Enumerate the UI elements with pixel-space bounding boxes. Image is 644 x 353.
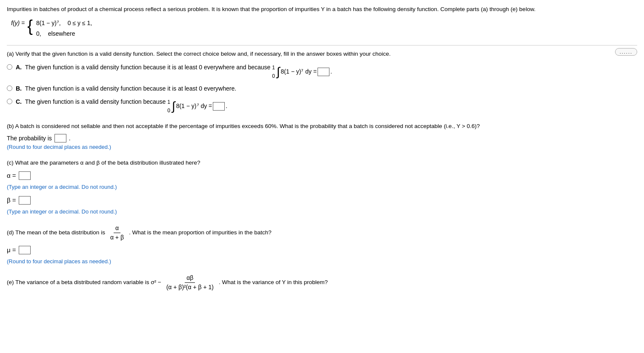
beta-answer[interactable] bbox=[19, 196, 31, 205]
top-divider bbox=[7, 45, 637, 46]
part-d-label-start: (d) The mean of the beta distribution is bbox=[7, 228, 105, 237]
option-b-text: The given function is a valid density fu… bbox=[25, 85, 237, 92]
part-d-section: (d) The mean of the beta distribution is… bbox=[7, 224, 637, 266]
case-row-2: 0, elsewhere bbox=[36, 29, 92, 38]
part-e-label-end: . What is the variance of Y in this prob… bbox=[219, 278, 328, 287]
part-e-fraction: αβ (α + β)²(α + β + 1) bbox=[165, 273, 215, 292]
option-a-lower: 0 bbox=[272, 72, 275, 80]
probability-row: The probability is . bbox=[7, 134, 637, 143]
fy-label: f(y) = bbox=[11, 19, 25, 28]
case1-expr: 8(1 − y)⁷, bbox=[36, 19, 61, 28]
alpha-label: α = bbox=[7, 171, 16, 181]
case1-condition: 0 ≤ y ≤ 1, bbox=[68, 19, 92, 28]
alpha-hint: (Type an integer or a decimal. Do not ro… bbox=[7, 183, 637, 191]
option-c-period: . bbox=[226, 102, 227, 111]
option-a-integral-symbol: ∫ bbox=[277, 66, 280, 78]
part-d-fraction: α α + β bbox=[109, 224, 126, 242]
option-b-radio[interactable] bbox=[7, 85, 12, 91]
dots-button[interactable]: ...... bbox=[615, 48, 637, 56]
case2-expr: 0, bbox=[36, 29, 41, 38]
option-c-row: C. The given function is a valid density… bbox=[7, 97, 637, 114]
probability-answer[interactable] bbox=[54, 134, 66, 142]
beta-label: β = bbox=[7, 196, 16, 205]
option-a-period: . bbox=[330, 67, 332, 76]
probability-text: The probability is bbox=[7, 134, 52, 143]
case2-condition: elsewhere bbox=[48, 29, 75, 38]
option-c-text: The given function is a valid density fu… bbox=[25, 98, 166, 105]
option-c-radio[interactable] bbox=[7, 99, 12, 104]
option-b-label: B. bbox=[16, 85, 22, 92]
alpha-answer[interactable] bbox=[19, 171, 31, 180]
part-b-hint: (Round to four decimal places as needed.… bbox=[7, 143, 637, 151]
intro-text: Impurities in batches of product of a ch… bbox=[7, 5, 637, 14]
option-b-content: B. The given function is a valid density… bbox=[16, 84, 236, 93]
alpha-row: α = bbox=[7, 171, 637, 181]
option-a-integrand: 8(1 − y)⁷ dy = bbox=[281, 67, 317, 76]
option-c-integral-symbol: ∫ bbox=[172, 100, 175, 112]
probability-period: . bbox=[69, 134, 71, 143]
option-a-limits: 1 0 bbox=[272, 64, 275, 80]
option-c-limits: 1 0 bbox=[167, 98, 170, 114]
option-c-integral: 1 0 ∫ 8(1 − y)⁷ dy = . bbox=[167, 98, 227, 114]
option-a-answer[interactable] bbox=[318, 68, 329, 76]
option-b-row: B. The given function is a valid density… bbox=[7, 84, 637, 93]
density-function: f(y) = { 8(1 − y)⁷, 0 ≤ y ≤ 1, 0, elsewh… bbox=[11, 18, 637, 39]
option-a-radio[interactable] bbox=[7, 64, 12, 70]
option-a-upper: 1 bbox=[272, 64, 275, 71]
part-e-label-start: (e) The variance of a beta distributed r… bbox=[7, 278, 161, 287]
brace-symbol: { bbox=[27, 18, 33, 34]
beta-row: β = bbox=[7, 196, 637, 205]
part-c-section: (c) What are the parameters α and β of t… bbox=[7, 159, 637, 216]
part-a-label: (a) Verify that the given function is a … bbox=[7, 50, 637, 58]
case-row-1: 8(1 − y)⁷, 0 ≤ y ≤ 1, bbox=[36, 19, 92, 28]
part-d-label-row: (d) The mean of the beta distribution is… bbox=[7, 224, 637, 242]
part-c-label: (c) What are the parameters α and β of t… bbox=[7, 159, 637, 167]
mu-answer[interactable] bbox=[19, 246, 31, 254]
option-a-content: A. The given function is a valid density… bbox=[16, 63, 332, 80]
piecewise-cases: 8(1 − y)⁷, 0 ≤ y ≤ 1, 0, elsewhere bbox=[36, 18, 92, 39]
part-e-label-row: (e) The variance of a beta distributed r… bbox=[7, 273, 637, 292]
beta-hint: (Type an integer or a decimal. Do not ro… bbox=[7, 208, 637, 216]
part-e-frac-num: αβ bbox=[185, 273, 195, 283]
option-c-integrand: 8(1 − y)⁷ dy = bbox=[176, 102, 212, 111]
part-d-frac-den: α + β bbox=[109, 233, 126, 242]
part-b-section: (b) A batch is considered not sellable a… bbox=[7, 122, 637, 151]
option-c-upper: 1 bbox=[167, 98, 170, 106]
part-a-section: (a) Verify that the given function is a … bbox=[7, 50, 637, 114]
part-d-frac-num: α bbox=[114, 224, 120, 233]
part-e-section: (e) The variance of a beta distributed r… bbox=[7, 273, 637, 292]
option-c-label: C. bbox=[16, 98, 22, 105]
option-a-row: A. The given function is a valid density… bbox=[7, 63, 637, 80]
option-a-label: A. bbox=[16, 64, 22, 71]
part-d-label-end: . What is the mean proportion of impurit… bbox=[129, 228, 272, 237]
part-d-hint: (Round to four decimal places as needed.… bbox=[7, 257, 637, 266]
option-c-answer[interactable] bbox=[213, 102, 225, 111]
option-c-content: C. The given function is a valid density… bbox=[16, 97, 227, 114]
mu-label: μ = bbox=[7, 245, 16, 255]
option-a-integral: 1 0 ∫ 8(1 − y)⁷ dy = . bbox=[272, 64, 332, 80]
part-b-label: (b) A batch is considered not sellable a… bbox=[7, 122, 637, 131]
option-a-text: The given function is a valid density fu… bbox=[25, 64, 271, 71]
mu-row: μ = bbox=[7, 245, 637, 255]
part-e-frac-den: (α + β)²(α + β + 1) bbox=[165, 283, 215, 292]
option-c-lower: 0 bbox=[167, 107, 170, 114]
